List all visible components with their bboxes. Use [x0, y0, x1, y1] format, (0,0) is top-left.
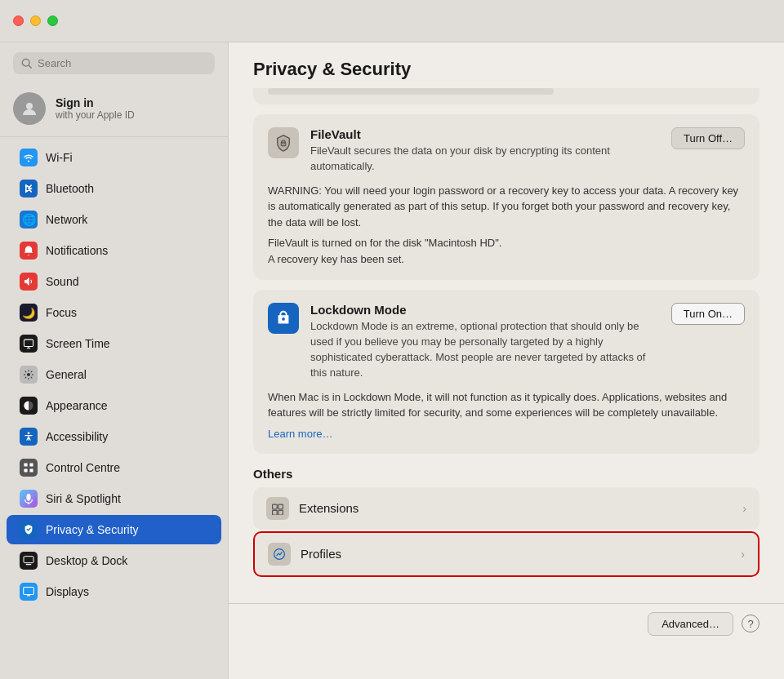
- sidebar-divider: [0, 136, 228, 137]
- sidebar-item-siri[interactable]: Siri & Spotlight: [7, 484, 221, 513]
- sidebar: Sign in with your Apple ID Wi-Fi: [0, 42, 229, 679]
- filevault-status: FileVault is turned on for the disk "Mac…: [268, 235, 745, 267]
- svg-rect-10: [29, 463, 33, 466]
- notifications-icon: [20, 242, 38, 260]
- controlcentre-icon: [20, 459, 38, 477]
- svg-rect-16: [26, 564, 32, 565]
- search-input[interactable]: [38, 57, 207, 69]
- filevault-title: FileVault: [310, 127, 660, 141]
- lockdown-desc: Lockdown Mode is an extreme, optional pr…: [310, 319, 660, 380]
- lockdown-text: Lockdown Mode Lockdown Mode is an extrem…: [310, 303, 660, 380]
- advanced-button[interactable]: Advanced…: [648, 612, 733, 636]
- filevault-warning: WARNING: You will need your login passwo…: [268, 183, 745, 231]
- bluetooth-icon: [20, 180, 38, 197]
- profiles-list-item[interactable]: Profiles ›: [253, 531, 760, 577]
- svg-point-13: [26, 494, 30, 501]
- bottom-bar: Advanced… ?: [229, 603, 784, 644]
- lockdown-title: Lockdown Mode: [310, 303, 660, 317]
- appearance-icon: [20, 397, 38, 415]
- lockdown-turnon-button[interactable]: Turn On…: [671, 303, 745, 325]
- privacy-icon: [20, 521, 38, 539]
- help-button[interactable]: ?: [742, 615, 760, 632]
- maximize-button[interactable]: [47, 16, 58, 26]
- lockdown-card: Lockdown Mode Lockdown Mode is an extrem…: [253, 290, 760, 453]
- sidebar-item-label: Wi-Fi: [46, 151, 73, 164]
- sidebar-item-label: Sound: [46, 275, 78, 288]
- lockdown-extra: When Mac is in Lockdown Mode, it will no…: [268, 389, 745, 421]
- sidebar-item-sound[interactable]: Sound: [7, 267, 221, 296]
- filevault-icon: [268, 127, 299, 158]
- extensions-icon: [266, 497, 289, 520]
- learn-more-link[interactable]: Learn more…: [268, 428, 332, 440]
- minimize-button[interactable]: [30, 16, 41, 26]
- sidebar-item-bluetooth[interactable]: Bluetooth: [7, 174, 221, 203]
- sidebar-item-label: Focus: [46, 306, 77, 319]
- search-icon: [21, 58, 33, 69]
- general-icon: [20, 366, 38, 384]
- sidebar-item-label: General: [46, 368, 87, 381]
- content-body: FileVault FileVault secures the data on …: [229, 88, 784, 603]
- sidebar-item-focus[interactable]: 🌙 Focus: [7, 298, 221, 327]
- focus-icon: 🌙: [20, 304, 38, 322]
- app-body: Sign in with your Apple ID Wi-Fi: [0, 42, 784, 679]
- svg-rect-12: [29, 468, 33, 472]
- svg-rect-23: [278, 504, 283, 509]
- others-section-title: Others: [253, 467, 760, 481]
- displays-icon: [20, 583, 38, 601]
- search-bar[interactable]: [13, 52, 215, 74]
- sidebar-item-label: Desktop & Dock: [46, 554, 127, 567]
- partial-top-card: [253, 88, 760, 104]
- svg-rect-9: [24, 463, 27, 466]
- sidebar-item-controlcentre[interactable]: Control Centre: [7, 453, 221, 482]
- sidebar-item-label: Appearance: [46, 399, 108, 412]
- page-title: Privacy & Security: [253, 59, 760, 80]
- sidebar-item-label: Bluetooth: [46, 182, 94, 195]
- sidebar-item-label: Control Centre: [46, 461, 120, 474]
- sidebar-item-displays[interactable]: Displays: [7, 577, 221, 606]
- lockdown-card-top: Lockdown Mode Lockdown Mode is an extrem…: [268, 303, 745, 380]
- svg-rect-3: [24, 340, 33, 346]
- svg-rect-17: [24, 587, 34, 594]
- sidebar-item-label: Screen Time: [46, 337, 110, 350]
- svg-rect-22: [273, 504, 278, 509]
- sidebar-item-screentime[interactable]: Screen Time: [7, 329, 221, 358]
- sidebar-item-general[interactable]: General: [7, 360, 221, 389]
- extensions-chevron-icon: ›: [742, 502, 746, 515]
- sound-icon: [20, 273, 38, 291]
- sidebar-item-notifications[interactable]: Notifications: [7, 236, 221, 265]
- signin-text: Sign in with your Apple ID: [56, 96, 135, 121]
- extensions-label: Extensions: [299, 501, 733, 515]
- sidebar-item-appearance[interactable]: Appearance: [7, 391, 221, 420]
- titlebar: [0, 0, 784, 42]
- network-icon: 🌐: [20, 211, 38, 229]
- sidebar-item-wifi[interactable]: Wi-Fi: [7, 143, 221, 172]
- sidebar-item-desktop[interactable]: Desktop & Dock: [7, 546, 221, 575]
- signin-row[interactable]: Sign in with your Apple ID: [0, 84, 228, 136]
- svg-point-8: [28, 432, 30, 434]
- signin-subtitle: with your Apple ID: [56, 109, 135, 121]
- signin-title: Sign in: [56, 96, 135, 109]
- sidebar-item-network[interactable]: 🌐 Network: [7, 205, 221, 234]
- accessibility-icon: [20, 428, 38, 446]
- sidebar-item-label: Displays: [46, 585, 89, 598]
- avatar: [13, 92, 46, 125]
- close-button[interactable]: [13, 16, 24, 26]
- filevault-text: FileVault FileVault secures the data on …: [310, 127, 660, 175]
- sidebar-item-accessibility[interactable]: Accessibility: [7, 422, 221, 451]
- sidebar-item-label: Privacy & Security: [46, 523, 139, 536]
- siri-icon: [20, 490, 38, 508]
- profiles-label: Profiles: [301, 547, 731, 561]
- filevault-turnoff-button[interactable]: Turn Off…: [671, 127, 745, 149]
- svg-point-2: [26, 103, 33, 109]
- sidebar-item-privacy[interactable]: Privacy & Security: [7, 515, 221, 544]
- filevault-card: FileVault FileVault secures the data on …: [253, 114, 760, 280]
- svg-line-1: [29, 65, 31, 68]
- screentime-icon: [20, 335, 38, 353]
- profiles-chevron-icon: ›: [741, 548, 745, 561]
- svg-rect-25: [278, 510, 283, 515]
- main-content: Privacy & Security: [229, 42, 784, 679]
- filevault-desc: FileVault secures the data on your disk …: [310, 144, 660, 175]
- extensions-list-item[interactable]: Extensions ›: [253, 487, 760, 530]
- sidebar-item-label: Siri & Spotlight: [46, 492, 121, 505]
- svg-point-6: [27, 373, 30, 376]
